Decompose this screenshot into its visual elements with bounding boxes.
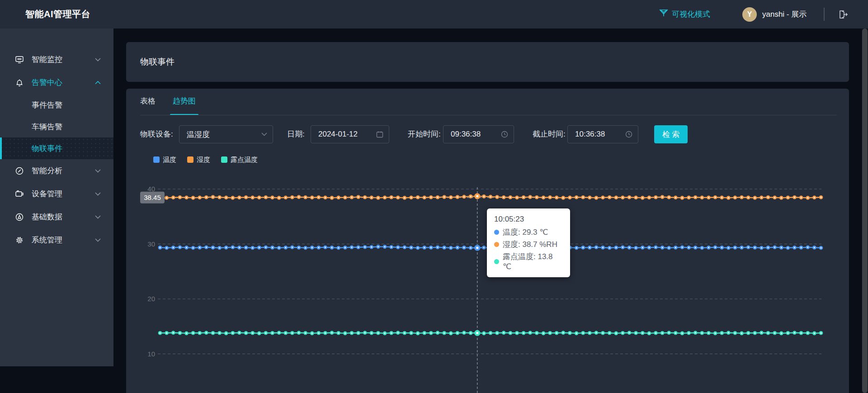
tooltip-row-temperature: 温度: 29.3 ℃ xyxy=(494,227,563,237)
series-dot-dew-point xyxy=(494,259,499,264)
visualization-mode-button[interactable]: 可视化模式 xyxy=(659,0,710,28)
top-bar: 智能AI管理平台 可视化模式 Y yanshi - 展示 xyxy=(0,0,868,28)
filter-bar: 物联设备: 温湿度 日期: 2024-01-12 开始时间: 09:36:38 xyxy=(126,125,849,143)
chevron-down-icon xyxy=(94,237,101,243)
tooltip-row-text: 露点温度: 13.8 ℃ xyxy=(503,251,563,271)
svg-text:30: 30 xyxy=(147,240,155,248)
device-select-value: 温湿度 xyxy=(187,129,261,140)
sidebar-item-smart-analysis[interactable]: 智能分析 xyxy=(0,159,113,182)
sidebar-item-basic-data[interactable]: 基础数据 xyxy=(0,205,113,228)
start-time-input[interactable]: 09:36:38 xyxy=(443,125,514,143)
end-time-label: 截止时间: xyxy=(533,125,566,143)
sidebar-item-alert-center[interactable]: 告警中心 xyxy=(0,71,113,94)
sidebar: 智能监控 告警中心 事件告警 车辆告警 物联事件 xyxy=(0,28,113,366)
gear-icon xyxy=(14,235,24,245)
user-menu[interactable]: Y yanshi - 展示 xyxy=(742,0,807,28)
analysis-icon xyxy=(14,166,24,176)
search-button[interactable]: 检 索 xyxy=(654,125,688,143)
scrollbar-thumb[interactable] xyxy=(862,28,868,393)
sidebar-item-label: 告警中心 xyxy=(32,77,62,88)
username-label: yanshi - 展示 xyxy=(762,9,807,19)
sidebar-item-label: 智能监控 xyxy=(32,54,62,65)
device-select[interactable]: 温湿度 xyxy=(179,125,273,143)
sidebar-item-iot-events[interactable]: 物联事件 xyxy=(0,137,113,159)
date-filter-label: 日期: xyxy=(287,125,305,143)
page-title: 物联事件 xyxy=(140,42,175,82)
content-card: 表格 趋势图 物联设备: 温湿度 日期: 2024-01-12 开始时间: 09… xyxy=(126,89,849,393)
svg-text:38.45: 38.45 xyxy=(144,194,161,201)
bell-icon xyxy=(14,78,24,88)
chevron-down-icon xyxy=(94,57,101,63)
legend-label: 湿度 xyxy=(197,156,210,164)
clock-icon xyxy=(625,131,632,138)
series-dot-humidity xyxy=(494,242,499,247)
page-header-card: 物联事件 xyxy=(126,42,849,82)
tab-trend-chart[interactable]: 趋势图 xyxy=(173,96,196,115)
sidebar-item-label: 车辆告警 xyxy=(32,122,62,132)
tooltip-row-text: 湿度: 38.7 %RH xyxy=(503,239,557,250)
date-input[interactable]: 2024-01-12 xyxy=(311,125,389,143)
calendar-icon xyxy=(376,131,383,138)
trend-chart-area[interactable]: 4030201038.45 10:05:23 温度: 29.3 ℃ 湿度: 38… xyxy=(126,181,849,393)
series-dot-temperature xyxy=(494,230,499,235)
logout-button[interactable] xyxy=(836,8,850,21)
logout-icon xyxy=(838,9,849,20)
funnel-icon xyxy=(659,9,668,20)
sidebar-item-system-management[interactable]: 系统管理 xyxy=(0,228,113,251)
legend-item-humidity[interactable]: 湿度 xyxy=(187,156,210,164)
chevron-up-icon xyxy=(94,80,101,86)
sidebar-item-label: 系统管理 xyxy=(32,235,62,245)
start-time-label: 开始时间: xyxy=(408,125,441,143)
sidebar-item-label: 事件告警 xyxy=(32,100,62,110)
tooltip-row-humidity: 湿度: 38.7 %RH xyxy=(494,239,563,250)
date-input-value: 2024-01-12 xyxy=(318,130,376,139)
tooltip-row-dew-point: 露点温度: 13.8 ℃ xyxy=(494,251,563,271)
legend-label: 露点温度 xyxy=(231,156,258,164)
tooltip-row-text: 温度: 29.3 ℃ xyxy=(503,227,548,237)
device-filter-label: 物联设备: xyxy=(140,125,173,143)
sidebar-item-label: 基础数据 xyxy=(32,212,62,222)
visualization-mode-label: 可视化模式 xyxy=(672,9,710,19)
tab-divider xyxy=(140,115,837,115)
legend-item-dew-point[interactable]: 露点温度 xyxy=(221,156,258,164)
tab-table[interactable]: 表格 xyxy=(140,96,156,115)
legend-swatch-humidity xyxy=(187,156,193,163)
tab-bar: 表格 趋势图 xyxy=(140,96,196,115)
end-time-value: 10:36:38 xyxy=(575,130,625,139)
sidebar-item-label: 物联事件 xyxy=(32,143,62,154)
monitor-icon xyxy=(14,55,24,65)
topbar-divider xyxy=(824,8,825,21)
chart-tooltip: 10:05:23 温度: 29.3 ℃ 湿度: 38.7 %RH 露点温度: 1… xyxy=(487,208,570,277)
chevron-down-icon xyxy=(94,214,101,220)
device-icon xyxy=(14,189,24,199)
sidebar-item-smart-monitoring[interactable]: 智能监控 xyxy=(0,48,113,71)
end-time-input[interactable]: 10:36:38 xyxy=(567,125,638,143)
data-icon xyxy=(14,212,24,222)
sidebar-item-device-management[interactable]: 设备管理 xyxy=(0,182,113,205)
svg-text:40: 40 xyxy=(147,185,155,193)
legend-swatch-temperature xyxy=(153,156,160,163)
sidebar-item-event-alerts[interactable]: 事件告警 xyxy=(0,94,113,116)
chevron-down-icon xyxy=(94,168,101,174)
start-time-value: 09:36:38 xyxy=(451,130,501,139)
clock-icon xyxy=(501,131,508,138)
tooltip-time: 10:05:23 xyxy=(494,215,563,224)
legend-swatch-dew-point xyxy=(221,156,227,163)
avatar: Y xyxy=(742,7,757,22)
chevron-down-icon xyxy=(94,191,101,197)
select-chevron-icon xyxy=(261,133,267,136)
chart-legend: 温度 湿度 露点温度 xyxy=(153,155,258,165)
legend-item-temperature[interactable]: 温度 xyxy=(153,156,176,164)
sidebar-item-vehicle-alerts[interactable]: 车辆告警 xyxy=(0,116,113,137)
sidebar-item-label: 智能分析 xyxy=(32,166,62,176)
svg-text:20: 20 xyxy=(147,295,155,303)
page-scrollbar[interactable] xyxy=(862,28,868,393)
legend-label: 温度 xyxy=(163,156,176,164)
app-title: 智能AI管理平台 xyxy=(25,0,90,28)
svg-text:10: 10 xyxy=(147,350,155,358)
sidebar-item-label: 设备管理 xyxy=(32,189,62,199)
